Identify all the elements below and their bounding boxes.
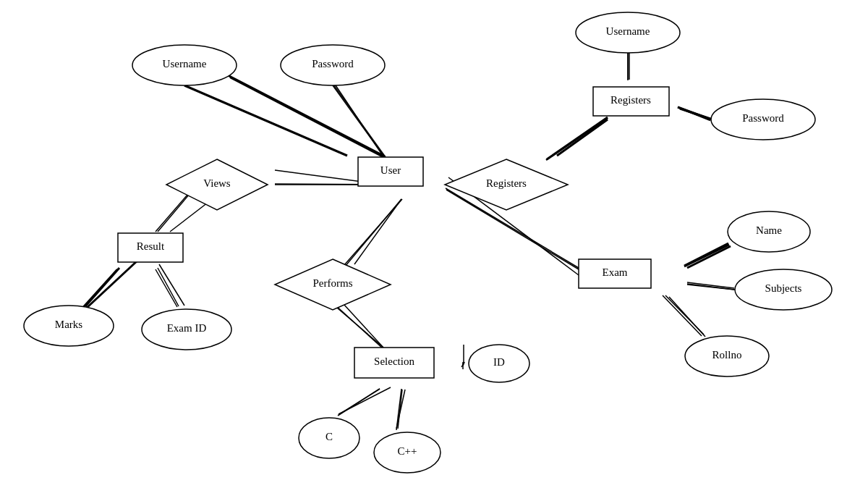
svg-line-21 — [333, 85, 386, 157]
svg-line-23 — [156, 194, 188, 232]
line-user-performs — [354, 199, 401, 264]
line-exam-name — [687, 246, 731, 268]
label-examid: Exam ID — [167, 322, 207, 334]
label-password2: Password — [742, 112, 784, 124]
label-registers-entity: Registers — [610, 94, 651, 106]
svg-line-30 — [345, 199, 401, 266]
label-name: Name — [756, 224, 782, 236]
svg-line-18 — [665, 295, 704, 335]
label-c: C — [326, 431, 333, 442]
line-result-marks — [87, 261, 137, 308]
svg-line-20 — [230, 77, 383, 157]
svg-line-38 — [663, 295, 702, 336]
label-views: Views — [203, 177, 231, 189]
line-result-examid — [159, 264, 184, 306]
label-performs: Performs — [313, 277, 353, 289]
svg-line-31 — [334, 304, 383, 349]
line-registers-diamond-entity — [557, 119, 608, 156]
svg-line-29 — [678, 107, 710, 120]
line-performs-selection — [344, 304, 383, 348]
er-diagram: Username Password Marks Exam ID ID C C++… — [0, 0, 868, 488]
label-rollno: Rollno — [712, 349, 742, 361]
svg-line-34 — [338, 389, 380, 416]
label-selection: Selection — [374, 356, 414, 367]
label-exam: Exam — [603, 266, 628, 278]
svg-line-3 — [158, 194, 190, 232]
label-cpp: C++ — [398, 445, 417, 457]
label-password1: Password — [312, 58, 354, 70]
label-id: ID — [493, 356, 505, 368]
svg-line-27 — [546, 118, 608, 160]
label-user: User — [380, 164, 401, 176]
svg-line-24 — [83, 269, 117, 307]
svg-line-36 — [684, 245, 729, 266]
label-marks: Marks — [55, 319, 82, 330]
svg-line-0 — [228, 75, 385, 156]
svg-line-5 — [158, 268, 179, 306]
label-registers: Registers — [486, 177, 527, 189]
label-username1: Username — [163, 58, 207, 70]
label-result: Result — [137, 240, 165, 252]
label-username2: Username — [606, 25, 650, 37]
label-subjects: Subjects — [765, 282, 802, 294]
